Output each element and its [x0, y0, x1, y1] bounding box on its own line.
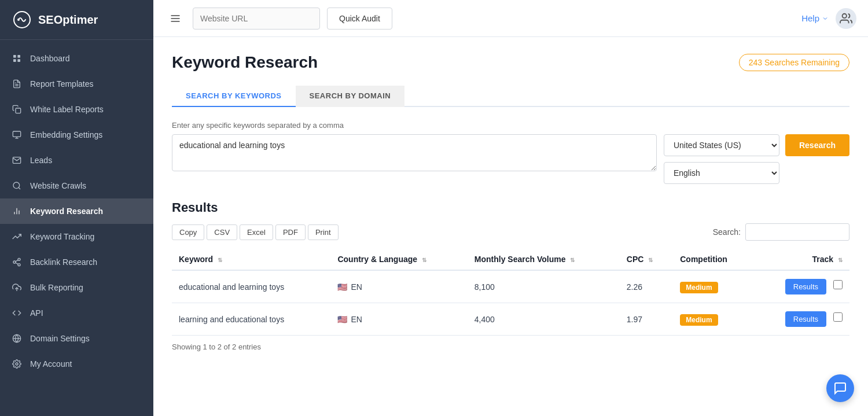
sidebar-item-label: White Label Reports — [30, 105, 142, 114]
svg-point-17 — [18, 258, 20, 260]
col-track: Track ⇅ — [755, 249, 849, 270]
sidebar-item-label: Bulk Reporting — [30, 283, 142, 292]
quick-audit-button[interactable]: Quick Audit — [327, 8, 392, 30]
cell-cpc: 2.26 — [620, 270, 673, 303]
col-cpc: CPC ⇅ — [620, 249, 673, 270]
url-input[interactable] — [193, 8, 320, 30]
sidebar-item-website-crawls[interactable]: Website Crawls — [0, 173, 153, 198]
copy-button[interactable]: Copy — [172, 224, 204, 240]
svg-point-1 — [17, 19, 20, 21]
csv-button[interactable]: CSV — [207, 224, 237, 240]
competition-badge: Medium — [680, 314, 718, 326]
table-actions: Copy CSV Excel PDF Print Search: — [172, 223, 849, 241]
excel-button[interactable]: Excel — [240, 224, 273, 240]
search-icon — [12, 181, 22, 191]
cell-monthly-volume: 8,100 — [468, 270, 620, 303]
content-area: Keyword Research 243 Searches Remaining … — [153, 37, 868, 416]
svg-rect-4 — [13, 59, 16, 62]
page-title: Keyword Research — [172, 53, 318, 72]
sort-icon-country[interactable]: ⇅ — [422, 257, 426, 263]
svg-rect-8 — [16, 108, 21, 113]
svg-point-18 — [13, 261, 16, 263]
cell-monthly-volume: 4,400 — [468, 303, 620, 336]
sidebar-item-white-label-reports[interactable]: White Label Reports — [0, 97, 153, 122]
sidebar-item-label: API — [30, 308, 142, 318]
sidebar-item-keyword-research[interactable]: Keyword Research — [0, 198, 153, 224]
flag-emoji: 🇺🇸 — [337, 282, 347, 292]
sort-icon-track[interactable]: ⇅ — [838, 257, 843, 263]
track-checkbox-row1[interactable] — [833, 312, 843, 322]
table-search-input[interactable] — [745, 223, 849, 241]
upload-cloud-icon — [12, 282, 22, 293]
sidebar-item-api[interactable]: API — [0, 300, 153, 326]
globe-icon — [12, 333, 22, 344]
trending-up-icon — [12, 231, 22, 242]
results-button-row1[interactable]: Results — [785, 311, 826, 327]
cell-competition: Medium — [673, 303, 755, 336]
sidebar-item-leads[interactable]: Leads — [0, 148, 153, 173]
sidebar-item-bulk-reporting[interactable]: Bulk Reporting — [0, 275, 153, 300]
cell-country-language: 🇺🇸 EN — [330, 270, 467, 303]
users-icon[interactable] — [836, 8, 856, 29]
cell-cpc: 1.97 — [620, 303, 673, 336]
svg-rect-5 — [17, 59, 20, 62]
content-header: Keyword Research 243 Searches Remaining — [172, 53, 849, 72]
country-select[interactable]: United States (US) United Kingdom (UK) C… — [664, 134, 779, 156]
sidebar-item-label: Backlink Research — [30, 257, 142, 267]
tab-by-keywords[interactable]: SEARCH BY KEYWORDS — [172, 86, 296, 107]
sidebar: SEOptimer Dashboard Report Templates Whi… — [0, 0, 153, 416]
sidebar-item-backlink-research[interactable]: Backlink Research — [0, 249, 153, 275]
language-code: EN — [351, 282, 362, 292]
svg-rect-9 — [13, 131, 20, 137]
col-keyword: Keyword ⇅ — [172, 249, 330, 270]
svg-line-21 — [16, 260, 19, 262]
topbar: Quick Audit Help — [153, 0, 868, 37]
svg-rect-3 — [17, 55, 20, 58]
table-row: learning and educational toys 🇺🇸 EN 4,40… — [172, 303, 849, 336]
cell-keyword: learning and educational toys — [172, 303, 330, 336]
results-table: Keyword ⇅ Country & Language ⇅ Monthly S… — [172, 249, 849, 336]
sidebar-item-embedding-settings[interactable]: Embedding Settings — [0, 122, 153, 148]
col-country-language: Country & Language ⇅ — [330, 249, 467, 270]
language-select[interactable]: English Spanish French German — [664, 162, 779, 184]
table-search-row: Search: — [713, 223, 849, 241]
track-checkbox-row0[interactable] — [833, 280, 843, 289]
keyword-textarea[interactable]: educational and learning toys — [172, 134, 657, 171]
help-button[interactable]: Help — [801, 13, 829, 23]
main: Quick Audit Help Keyword Research 243 Se… — [153, 0, 868, 416]
file-edit-icon — [12, 79, 22, 89]
sidebar-item-keyword-tracking[interactable]: Keyword Tracking — [0, 224, 153, 249]
sidebar-item-label: Dashboard — [30, 54, 142, 63]
sidebar-nav: Dashboard Report Templates White Label R… — [0, 40, 153, 416]
logo-icon — [12, 9, 32, 30]
showing-entries-text: Showing 1 to 2 of 2 entries — [172, 343, 849, 351]
cell-track: Results — [755, 270, 849, 303]
competition-badge: Medium — [680, 282, 718, 293]
results-button-row0[interactable]: Results — [785, 279, 826, 294]
col-monthly-search-volume: Monthly Search Volume ⇅ — [468, 249, 620, 270]
table-export-buttons: Copy CSV Excel PDF Print — [172, 224, 339, 240]
sidebar-item-my-account[interactable]: My Account — [0, 351, 153, 377]
keyword-search-row: educational and learning toys United Sta… — [172, 134, 849, 184]
svg-point-19 — [18, 264, 20, 266]
sidebar-item-label: Embedding Settings — [30, 130, 142, 139]
sidebar-item-report-templates[interactable]: Report Templates — [0, 71, 153, 97]
sidebar-item-label: Report Templates — [30, 79, 142, 89]
tab-by-domain[interactable]: SEARCH BY DOMAIN — [296, 86, 405, 107]
chat-button[interactable] — [826, 374, 854, 402]
copy-icon — [12, 104, 22, 115]
svg-point-12 — [13, 182, 20, 189]
research-button[interactable]: Research — [785, 134, 849, 156]
hamburger-button[interactable] — [165, 8, 186, 29]
sort-icon-volume[interactable]: ⇅ — [570, 257, 575, 263]
sidebar-item-domain-settings[interactable]: Domain Settings — [0, 326, 153, 351]
sort-icon-cpc[interactable]: ⇅ — [648, 257, 653, 263]
sidebar-item-label: Domain Settings — [30, 334, 142, 343]
sort-icon-keyword[interactable]: ⇅ — [218, 257, 222, 263]
print-button[interactable]: Print — [308, 224, 339, 240]
settings-icon — [12, 359, 22, 369]
pdf-button[interactable]: PDF — [275, 224, 306, 240]
sidebar-item-dashboard[interactable]: Dashboard — [0, 46, 153, 71]
sidebar-item-label: Keyword Research — [30, 207, 142, 216]
sidebar-item-label: Website Crawls — [30, 181, 142, 190]
